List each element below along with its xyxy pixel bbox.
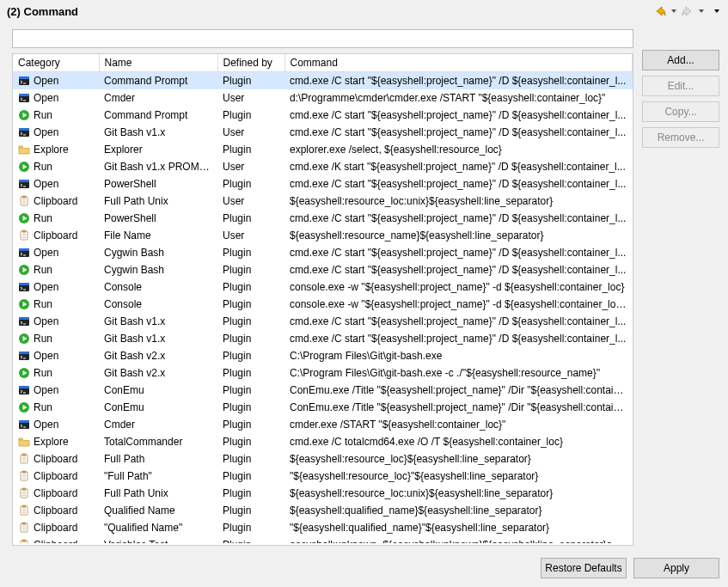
cell-command: ConEmu.exe /Title "${easyshell:project_n…	[284, 399, 633, 416]
cell-category: Clipboard	[13, 485, 99, 502]
filter-input[interactable]	[13, 30, 633, 47]
table-row[interactable]: ExploreTotalCommanderPlugincmd.exe /C to…	[13, 433, 633, 450]
cell-command: ConEmu.exe /Title "${easyshell:project_n…	[284, 382, 633, 399]
cell-category: Run	[13, 158, 99, 175]
table-row[interactable]: OpenCmderPlugincmder.exe /START "${easys…	[13, 416, 633, 433]
cell-command: cmd.exe /C start "${easyshell:project_na…	[284, 313, 633, 330]
cell-category: Explore	[13, 141, 99, 158]
add-button[interactable]: Add...	[642, 50, 719, 70]
cell-name: Git Bash v2.x	[99, 364, 217, 382]
cell-category: Clipboard	[13, 502, 99, 519]
table-row[interactable]: RunPowerShellPlugincmd.exe /C start "${e…	[13, 210, 633, 227]
cell-defined-by: Plugin	[217, 244, 284, 261]
cell-defined-by: Plugin	[217, 519, 284, 536]
table-row[interactable]: ClipboardFile NameUser${easyshell:resour…	[13, 227, 633, 244]
table-row[interactable]: ClipboardFull Path UnixUser${easyshell:r…	[13, 193, 633, 210]
forward-button[interactable]	[680, 3, 695, 19]
cell-name: Variables Test	[99, 536, 217, 543]
cell-defined-by: Plugin	[217, 485, 284, 502]
cell-category: Explore	[13, 433, 99, 450]
table-row[interactable]: OpenGit Bash v1.xUsercmd.exe /C start "$…	[13, 124, 633, 141]
cell-command: cmd.exe /C totalcmd64.exe /O /T ${easysh…	[284, 433, 633, 450]
cell-category: Clipboard	[13, 468, 99, 485]
view-menu-caret[interactable]	[713, 3, 721, 19]
table-row[interactable]: RunConsolePluginconsole.exe -w "${easysh…	[13, 296, 633, 313]
cell-defined-by: Plugin	[217, 261, 284, 278]
cell-command: C:\Program Files\Git\git-bash.exe	[284, 347, 633, 364]
table-row[interactable]: OpenConsolePluginconsole.exe -w "${easys…	[13, 278, 633, 296]
cell-category: Open	[13, 382, 99, 399]
table-row[interactable]: ClipboardFull Path UnixPlugin${easyshell…	[13, 485, 633, 502]
table-row[interactable]: RunConEmuPluginConEmu.exe /Title "${easy…	[13, 399, 633, 416]
cell-defined-by: Plugin	[217, 450, 284, 468]
table-row[interactable]: OpenConEmuPluginConEmu.exe /Title "${eas…	[13, 382, 633, 399]
column-header-defined-by[interactable]: Defined by	[217, 54, 284, 72]
cell-command: easyshell:unknown=${easyshell:unknown}${…	[284, 536, 633, 543]
cell-defined-by: Plugin	[217, 399, 284, 416]
column-header-name[interactable]: Name	[99, 54, 217, 72]
table-row[interactable]: OpenCommand PromptPlugincmd.exe /C start…	[13, 72, 633, 89]
table-row[interactable]: Clipboard"Full Path"Plugin"${easyshell:r…	[13, 468, 633, 485]
cell-name: Git Bash v2.x	[99, 347, 217, 364]
back-menu-caret[interactable]	[670, 3, 678, 19]
table-row[interactable]: RunGit Bash v1.xPlugincmd.exe /C start "…	[13, 330, 633, 347]
cell-command: ${easyshell:resource_loc:unix}${easyshel…	[284, 485, 633, 502]
cell-command: ${easyshell:qualified_name}${easyshell:l…	[284, 502, 633, 519]
clipboard-icon	[18, 195, 30, 207]
table-row[interactable]: OpenGit Bash v2.xPluginC:\Program Files\…	[13, 347, 633, 364]
cell-category: Run	[13, 296, 99, 313]
remove-button[interactable]: Remove...	[642, 127, 719, 148]
cell-category: Clipboard	[13, 519, 99, 536]
cell-defined-by: Plugin	[217, 141, 284, 158]
cell-name: Git Bash v1.x	[99, 124, 217, 141]
table-row[interactable]: OpenGit Bash v1.xPlugincmd.exe /C start …	[13, 313, 633, 330]
table-row[interactable]: OpenCmderUserd:\Programme\cmder\cmder.ex…	[13, 89, 633, 107]
open-icon	[18, 247, 30, 259]
cell-category: Open	[13, 278, 99, 296]
filter-bar	[12, 29, 633, 48]
cell-category: Open	[13, 313, 99, 330]
table-row[interactable]: ClipboardFull PathPlugin${easyshell:reso…	[13, 450, 633, 468]
open-icon	[18, 75, 30, 87]
table-row[interactable]: ClipboardQualified NamePlugin${easyshell…	[13, 502, 633, 519]
run-icon	[18, 333, 30, 345]
table-row[interactable]: Clipboard"Qualified Name"Plugin"${easysh…	[13, 519, 633, 536]
cell-defined-by: Plugin	[217, 364, 284, 382]
table-row[interactable]: ClipboardVariables TestPlugineasyshell:u…	[13, 536, 633, 543]
run-icon	[18, 109, 30, 121]
clipboard-icon	[18, 504, 30, 517]
cell-command: console.exe -w "${easyshell:project_name…	[284, 296, 633, 313]
cell-name: Cygwin Bash	[99, 261, 217, 278]
open-icon	[18, 281, 30, 293]
table-row[interactable]: RunGit Bash v1.x PROMPTUsercmd.exe /K st…	[13, 158, 633, 175]
column-header-command[interactable]: Command	[284, 54, 633, 72]
table-row[interactable]: RunCommand PromptPlugincmd.exe /C start …	[13, 107, 633, 124]
restore-defaults-button[interactable]: Restore Defaults	[541, 558, 627, 578]
cell-defined-by: User	[217, 193, 284, 210]
cell-command: cmd.exe /C start "${easyshell:project_na…	[284, 261, 633, 278]
cell-defined-by: Plugin	[217, 72, 284, 89]
open-icon	[18, 126, 30, 138]
table-row[interactable]: OpenCygwin BashPlugincmd.exe /C start "$…	[13, 244, 633, 261]
cell-defined-by: Plugin	[217, 296, 284, 313]
cell-category: Open	[13, 175, 99, 193]
cell-defined-by: Plugin	[217, 313, 284, 330]
open-icon	[18, 92, 30, 104]
copy-button[interactable]: Copy...	[642, 101, 719, 122]
back-button[interactable]	[652, 3, 668, 19]
table-row[interactable]: ExploreExplorerPluginexplorer.exe /selec…	[13, 141, 633, 158]
edit-button[interactable]: Edit...	[642, 76, 719, 96]
table-row[interactable]: OpenPowerShellPlugincmd.exe /C start "${…	[13, 175, 633, 193]
cell-defined-by: User	[217, 124, 284, 141]
table-row[interactable]: RunCygwin BashPlugincmd.exe /C start "${…	[13, 261, 633, 278]
cell-name: ConEmu	[99, 382, 217, 399]
cell-name: ConEmu	[99, 399, 217, 416]
table-row[interactable]: RunGit Bash v2.xPluginC:\Program Files\G…	[13, 364, 633, 382]
apply-button[interactable]: Apply	[633, 558, 719, 578]
nav-controls	[652, 3, 721, 19]
forward-menu-caret[interactable]	[697, 3, 706, 19]
column-header-category[interactable]: Category	[13, 54, 99, 72]
run-icon	[18, 367, 30, 379]
cell-name: Full Path Unix	[99, 485, 217, 502]
cell-category: Clipboard	[13, 450, 99, 468]
